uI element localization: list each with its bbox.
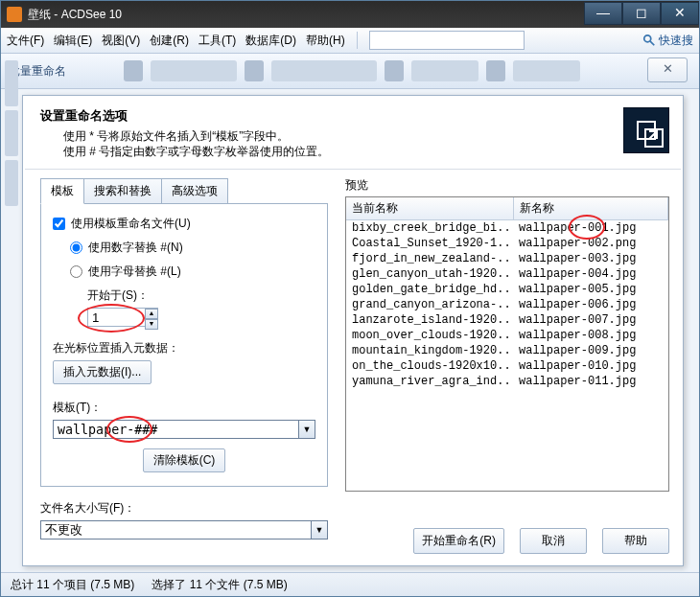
cell-new: wallpaper-007.jpg <box>513 313 668 327</box>
use-letter-input[interactable] <box>70 265 82 278</box>
case-dropdown[interactable]: ▼ <box>312 520 328 540</box>
dialog-hint-1: 使用 * 号将原始文件名插入到“模板”字段中。 <box>63 128 329 144</box>
template-dropdown[interactable]: ▼ <box>299 420 315 439</box>
svg-line-1 <box>650 41 654 45</box>
app-window: 壁纸 - ACDSee 10 — ◻ ✕ 文件(F) 编辑(E) 视图(V) 创… <box>0 0 700 597</box>
toolbar-blur-2 <box>271 60 377 81</box>
cell-current: grand_canyon_arizona-... <box>346 298 513 311</box>
menu-view[interactable]: 视图(V) <box>102 33 140 49</box>
cell-current: bixby_creek_bridge_bi... <box>346 221 513 235</box>
table-row[interactable]: golden_gate_bridge_hd...wallpaper-005.jp… <box>346 282 668 297</box>
cell-new: wallpaper-008.jpg <box>513 329 668 342</box>
cell-current: yamuna_river_agra_ind... <box>346 375 513 388</box>
start-rename-button[interactable]: 开始重命名(R) <box>413 528 504 554</box>
toolbar-blur-icon <box>486 60 505 81</box>
table-row[interactable]: bixby_creek_bridge_bi...wallpaper-001.jp… <box>346 220 668 236</box>
cell-new: wallpaper-001.jpg <box>513 221 668 235</box>
toolbar-blur-icon <box>385 60 404 81</box>
cancel-button[interactable]: 取消 <box>520 528 587 554</box>
cell-current: moon_over_clouds-1920... <box>346 329 513 342</box>
table-row[interactable]: mountain_kingdom-1920...wallpaper-009.jp… <box>346 343 668 358</box>
tab-template[interactable]: 模板 <box>40 178 84 204</box>
minimize-button[interactable]: — <box>584 2 622 25</box>
menu-help[interactable]: 帮助(H) <box>306 33 345 49</box>
preview-label: 预览 <box>345 177 669 196</box>
cell-current: lanzarote_island-1920... <box>346 313 513 327</box>
left-dock-blur <box>5 60 18 348</box>
svg-point-0 <box>644 35 651 42</box>
status-selected: 选择了 11 个文件 (7.5 MB) <box>152 577 287 593</box>
start-at-spinner[interactable]: ▲▼ <box>145 309 158 330</box>
menu-search-combo[interactable] <box>369 31 525 50</box>
menu-file[interactable]: 文件(F) <box>7 33 44 49</box>
toolbar-blur-1 <box>151 60 237 81</box>
toolbar-blur-3 <box>411 60 478 81</box>
template-field-label: 模板(T)： <box>53 400 315 416</box>
use-number-label: 使用数字替换 #(N) <box>88 240 183 256</box>
cell-current: mountain_kingdom-1920... <box>346 344 513 357</box>
use-letter-radio[interactable]: 使用字母替换 #(L) <box>70 264 315 280</box>
menu-edit[interactable]: 编辑(E) <box>54 33 92 49</box>
table-row[interactable]: lanzarote_island-1920...wallpaper-007.jp… <box>346 312 668 328</box>
insert-meta-label: 在光标位置插入元数据： <box>53 340 315 356</box>
quick-search-label: 快速搜 <box>659 33 693 49</box>
cell-current: glen_canyon_utah-1920... <box>346 267 513 281</box>
dialog-hint-2: 使用 # 号指定由数字或字母数字枚举器使用的位置。 <box>63 144 329 159</box>
toolbar-blur-4 <box>513 60 580 81</box>
table-row[interactable]: Coastal_Sunset_1920-1...wallpaper-002.pn… <box>346 236 668 251</box>
rename-icon <box>623 107 669 153</box>
cell-new: wallpaper-003.jpg <box>513 252 668 265</box>
use-letter-label: 使用字母替换 #(L) <box>88 264 181 280</box>
cell-current: golden_gate_bridge_hd... <box>346 283 513 296</box>
table-row[interactable]: on_the_clouds-1920x10...wallpaper-010.jp… <box>346 358 668 374</box>
option-tabs: 模板 搜索和替换 高级选项 <box>40 177 328 203</box>
menu-tools[interactable]: 工具(T) <box>198 33 236 49</box>
filename-case-select[interactable] <box>40 520 312 540</box>
table-row[interactable]: grand_canyon_arizona-...wallpaper-006.jp… <box>346 297 668 312</box>
cell-new: wallpaper-011.jpg <box>513 375 668 388</box>
search-icon <box>642 34 656 47</box>
dialog-title: 设置重命名选项 <box>40 107 329 125</box>
use-template-checkbox[interactable]: 使用模板重命名文件(U) <box>53 216 315 232</box>
dialog-close-button[interactable]: ✕ <box>647 57 688 82</box>
use-template-label: 使用模板重命名文件(U) <box>71 216 191 232</box>
cell-new: wallpaper-005.jpg <box>513 283 668 296</box>
table-row[interactable]: fjord_in_new_zealand-...wallpaper-003.jp… <box>346 251 668 266</box>
app-icon <box>7 7 22 22</box>
preview-list-header: 当前名称 新名称 <box>346 197 668 220</box>
menu-database[interactable]: 数据库(D) <box>245 33 296 49</box>
table-row[interactable]: glen_canyon_utah-1920...wallpaper-004.jp… <box>346 266 668 282</box>
menu-separator <box>357 32 358 49</box>
use-template-check[interactable] <box>53 218 65 230</box>
table-row[interactable]: moon_over_clouds-1920...wallpaper-008.jp… <box>346 328 668 343</box>
insert-metadata-button[interactable]: 插入元数据(I)... <box>53 360 152 384</box>
mode-toolbar: 批量重命名 ✕ <box>1 54 699 89</box>
tab-advanced[interactable]: 高级选项 <box>161 178 228 204</box>
cell-current: on_the_clouds-1920x10... <box>346 359 513 373</box>
close-button[interactable]: ✕ <box>661 2 699 25</box>
help-button[interactable]: 帮助 <box>602 528 669 554</box>
cell-new: wallpaper-002.png <box>513 237 668 250</box>
template-panel: 使用模板重命名文件(U) 使用数字替换 #(N) 使用字母替换 #(L) 开始于… <box>40 203 328 487</box>
window-title: 壁纸 - ACDSee 10 <box>28 7 584 23</box>
toolbar-blur-icon <box>245 60 264 81</box>
col-new-name[interactable]: 新名称 <box>514 197 668 219</box>
status-total: 总计 11 个项目 (7.5 MB) <box>11 577 134 593</box>
cell-new: wallpaper-004.jpg <box>513 267 668 281</box>
cell-current: Coastal_Sunset_1920-1... <box>346 237 513 250</box>
cell-new: wallpaper-009.jpg <box>513 344 668 357</box>
use-number-radio[interactable]: 使用数字替换 #(N) <box>70 240 315 256</box>
preview-list[interactable]: 当前名称 新名称 bixby_creek_bridge_bi...wallpap… <box>345 196 669 492</box>
use-number-input[interactable] <box>70 241 82 254</box>
col-current-name[interactable]: 当前名称 <box>346 197 514 219</box>
menu-create[interactable]: 创建(R) <box>150 33 189 49</box>
clear-template-button[interactable]: 清除模板(C) <box>143 448 226 472</box>
quick-search[interactable]: 快速搜 <box>642 33 693 49</box>
titlebar: 壁纸 - ACDSee 10 — ◻ ✕ <box>1 1 699 28</box>
toolbar-blur-icon <box>124 60 143 81</box>
template-input[interactable] <box>53 420 299 439</box>
maximize-button[interactable]: ◻ <box>622 2 661 25</box>
table-row[interactable]: yamuna_river_agra_ind...wallpaper-011.jp… <box>346 374 668 389</box>
tab-search-replace[interactable]: 搜索和替换 <box>83 178 162 204</box>
cell-current: fjord_in_new_zealand-... <box>346 252 513 265</box>
